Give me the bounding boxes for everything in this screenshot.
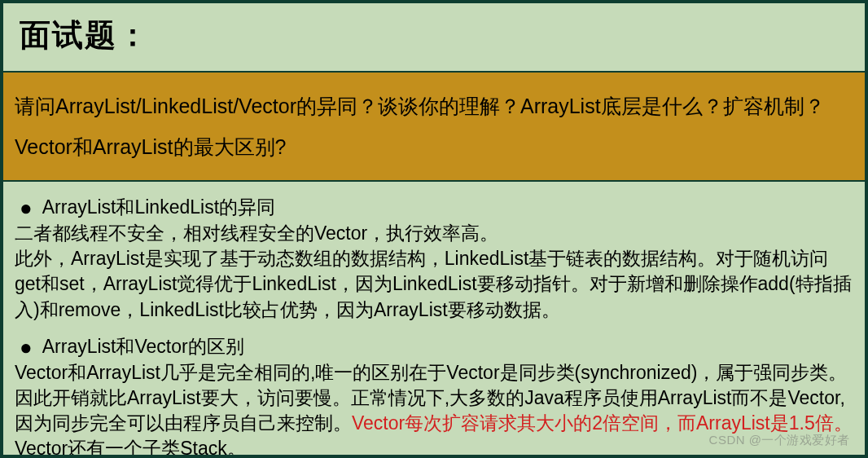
bullet-icon: ●: [20, 332, 33, 362]
page-title: 面试题：: [20, 15, 848, 56]
bullet-2-red: Vector每次扩容请求其大小的2倍空间，而ArrayList是1.5倍。: [352, 412, 853, 434]
bullet-item-1: ● ArrayList和LinkedList的异同: [15, 192, 853, 221]
answer-section: ● ArrayList和LinkedList的异同 二者都线程不安全，相对线程安…: [3, 182, 865, 458]
bullet-2-title: ArrayList和Vector的区别: [42, 333, 244, 359]
bullet-1-line2: 此外，ArrayList是实现了基于动态数组的数据结构，LinkedList基于…: [15, 246, 853, 322]
question-section: 请问ArrayList/LinkedList/Vector的异同？谈谈你的理解？…: [3, 73, 865, 182]
title-section: 面试题：: [3, 3, 865, 73]
bullet-icon: ●: [20, 193, 33, 222]
bullet-item-2: ● ArrayList和Vector的区别: [15, 331, 853, 360]
watermark: CSDN @一个游戏爱好者: [709, 433, 850, 448]
bullet-1-title: ArrayList和LinkedList的异同: [42, 194, 275, 220]
question-text: 请问ArrayList/LinkedList/Vector的异同？谈谈你的理解？…: [15, 86, 850, 167]
bullet-2-part2: Vector还有一个子类Stack。: [15, 438, 246, 458]
bullet-1-line1: 二者都线程不安全，相对线程安全的Vector，执行效率高。: [15, 221, 853, 246]
